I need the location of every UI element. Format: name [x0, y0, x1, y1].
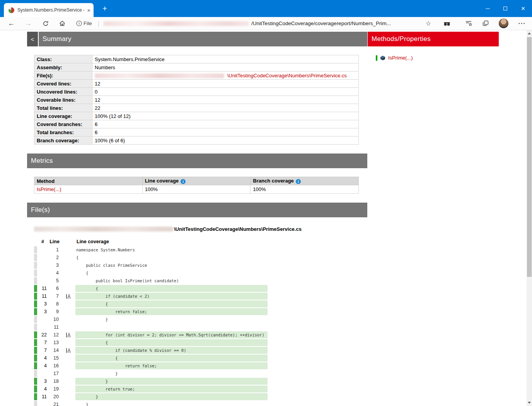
summary-row: Coverable lines: 12	[34, 96, 359, 104]
home-button[interactable]	[57, 17, 67, 30]
branch-coverage-icon	[61, 370, 75, 377]
summary-row-label: Covered branches:	[34, 120, 92, 128]
method-link[interactable]: IsPrime(...)	[37, 186, 61, 192]
code-text: if (candidate % divisor == 0)	[75, 348, 186, 353]
code-cell: namespace System.Numbers	[75, 246, 268, 253]
hit-count: 11	[38, 285, 48, 292]
page-scrollbar[interactable]	[527, 30, 532, 406]
method-line-coverage-value: 100%	[142, 185, 251, 194]
branch-coverage-icon	[61, 385, 75, 393]
collections-icon[interactable]	[480, 17, 491, 30]
metrics-col-line-coverage-label: Line coverage	[145, 178, 179, 184]
coverage-indicator-bar	[34, 277, 37, 284]
code-line-row: 17 }	[34, 370, 367, 377]
branch-coverage-icon	[61, 393, 75, 401]
code-text: {	[75, 356, 118, 360]
hit-count	[38, 316, 48, 323]
summary-row-value: 12	[92, 80, 359, 88]
hit-count: 7	[38, 339, 48, 346]
metrics-header-row: Method Line coveragei Branch coveragei	[34, 177, 359, 185]
favorite-star-icon[interactable]: ☆	[423, 17, 434, 30]
address-bar[interactable]: /UnitTestingCodeCoverage/coveragereport/…	[251, 17, 391, 30]
summary-rows: Class: System.Numbers.PrimeService Assem…	[34, 55, 359, 145]
hit-count	[38, 370, 48, 377]
line-number: 1	[48, 246, 61, 254]
summary-row-value: 6	[92, 120, 359, 128]
code-cell: return false;	[75, 308, 268, 315]
line-number: 13	[48, 339, 61, 346]
method-coverage-bar	[376, 55, 377, 61]
code-text: {	[75, 271, 89, 275]
code-cell: if (candidate % divisor == 0)	[75, 347, 268, 354]
code-cell: }	[75, 378, 268, 385]
summary-value-text: 0	[95, 89, 97, 95]
code-line-row: 3 public class PrimeService	[34, 261, 367, 269]
line-number: 12	[48, 331, 61, 339]
settings-menu-icon[interactable]: ···	[517, 17, 527, 30]
hit-count	[38, 254, 48, 261]
files-header: File(s)	[27, 203, 367, 217]
code-line-row: 4 16 return false;	[34, 362, 367, 370]
code-text: }	[75, 317, 108, 322]
scrollbar-thumb[interactable]	[527, 37, 532, 277]
new-tab-button[interactable]: +	[99, 3, 111, 14]
hit-count: 7	[38, 346, 48, 354]
code-cell: public bool IsPrime(int candidate)	[75, 277, 268, 284]
close-button[interactable]: ×	[514, 0, 532, 17]
code-line-row: 4 15 {	[34, 354, 367, 362]
back-button[interactable]: ←	[6, 17, 16, 30]
maximize-button[interactable]	[496, 0, 514, 17]
line-number: 18	[48, 377, 61, 385]
hit-count: 11	[38, 292, 48, 300]
metrics-col-method: Method	[34, 177, 143, 185]
scroll-up-arrow-icon[interactable]	[528, 32, 531, 34]
code-cell: {	[75, 270, 268, 276]
summary-row-label: Total branches:	[34, 128, 92, 136]
summary-value-text: System.Numbers.PrimeService	[95, 56, 165, 62]
line-number: 2	[48, 254, 61, 261]
summary-row-value: \UnitTestingCodeCoverage\Numbers\PrimeSe…	[92, 72, 359, 80]
branch-coverage-info-icon[interactable]: i	[296, 179, 301, 184]
coverage-indicator-bar	[34, 270, 37, 276]
profile-avatar[interactable]	[498, 17, 509, 30]
report-back-button[interactable]: <	[27, 32, 38, 46]
scroll-down-arrow-icon[interactable]	[528, 402, 531, 404]
site-info-icon[interactable]	[75, 17, 83, 30]
summary-value-text[interactable]: \UnitTestingCodeCoverage\Numbers\PrimeSe…	[227, 73, 347, 78]
code-text: return false;	[75, 363, 157, 368]
tab-close-icon[interactable]: ×	[87, 7, 90, 13]
code-cell: {	[75, 339, 268, 346]
file-path: \UnitTestingCodeCoverage\Numbers\PrimeSe…	[34, 226, 367, 232]
method-branch-coverage-value: 100%	[251, 185, 359, 194]
code-cell: {	[75, 300, 268, 307]
minimize-button[interactable]	[479, 0, 496, 17]
summary-row-value: 22	[92, 104, 359, 112]
coverage-indicator-bar	[34, 262, 37, 269]
line-coverage-info-icon[interactable]: i	[181, 179, 186, 184]
code-text: {	[75, 302, 108, 306]
metrics-col-method-label: Method	[37, 178, 55, 184]
method-link[interactable]: IsPrime(...)	[388, 55, 413, 61]
browser-window: System.Numbers.PrimeService - × + × ← → …	[0, 0, 532, 406]
favorites-bar-icon[interactable]	[463, 17, 474, 30]
summary-row-label: Total lines:	[34, 104, 92, 112]
coverage-indicator-bar	[34, 246, 37, 253]
methods-list: IsPrime(...)	[368, 55, 499, 61]
code-cell: return false;	[75, 362, 268, 369]
code-text: }	[75, 402, 89, 406]
branch-coverage-icon	[61, 254, 75, 261]
code-cell: for (int divisor = 2; divisor <= Math.Sq…	[75, 331, 268, 338]
hit-count: 3	[38, 308, 48, 316]
code-text: }	[75, 379, 108, 384]
extension-icon[interactable]	[442, 17, 452, 30]
hit-count	[38, 269, 48, 277]
refresh-button[interactable]	[41, 17, 51, 30]
summary-row-label: Line coverage:	[34, 112, 92, 120]
line-coverage-column-header: Line coverage	[76, 239, 109, 244]
metrics-col-line-coverage: Line coveragei	[142, 177, 251, 185]
code-line-row: 4 {	[34, 269, 367, 277]
code-line-row: 2 {	[34, 254, 367, 261]
code-text: if (candidate < 2)	[75, 294, 150, 299]
site-file-label[interactable]: File	[84, 17, 97, 30]
browser-tab[interactable]: System.Numbers.PrimeService - ×	[4, 3, 94, 17]
